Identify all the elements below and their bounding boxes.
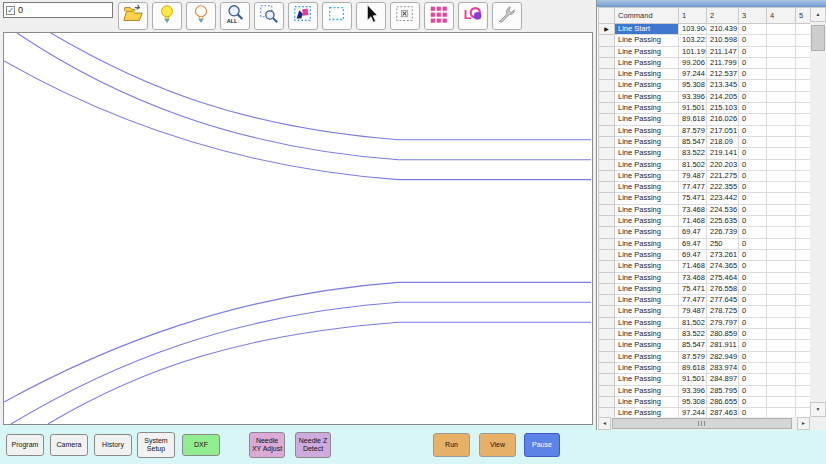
dxf-button[interactable]: DXF (182, 434, 220, 456)
table-row[interactable]: Line Passing95.308286.6550 (599, 396, 811, 407)
h-scroll-thumb[interactable] (612, 418, 792, 429)
table-row[interactable]: Line Passing85.547218.090 (599, 136, 811, 147)
table-row[interactable]: Line Passing89.618216.0260 (599, 114, 811, 125)
table-row[interactable]: Line Passing103.223210.5980 (599, 35, 811, 46)
table-header-3[interactable]: 3 (739, 8, 767, 24)
light-off-button[interactable] (186, 2, 216, 30)
scroll-up-button[interactable]: ▲ (810, 7, 826, 22)
lo-shapes-icon: L (462, 3, 484, 29)
h-scrollbar[interactable]: ◄ ► (598, 417, 810, 430)
table-row[interactable]: Line Passing81.502220.2030 (599, 159, 811, 170)
run-button[interactable]: Run (433, 433, 470, 457)
table-row[interactable]: ▶Line Start103.904210.4390 (599, 24, 811, 35)
scroll-left-button[interactable]: ◄ (598, 417, 611, 430)
select-object-button[interactable] (288, 2, 318, 30)
zoom-window-button[interactable] (254, 2, 284, 30)
grid-view-button[interactable] (424, 2, 454, 30)
table-row[interactable]: Line Passing97.244212.5370 (599, 69, 811, 80)
needle-z-detect-button[interactable]: Needle Z Detect (295, 432, 331, 458)
pink-grid-icon (428, 3, 450, 29)
table-row[interactable]: Line Passing93.396285.7950 (599, 385, 811, 396)
table-row[interactable]: Line Passing69.47273.2610 (599, 249, 811, 260)
table-row[interactable]: Line Passing89.618283.9740 (599, 362, 811, 373)
table-row[interactable]: Line Passing71.468225.6350 (599, 216, 811, 227)
history-button[interactable]: History (94, 434, 132, 456)
curve-path (4, 61, 591, 180)
table-row[interactable]: Line Passing95.308213.3450 (599, 80, 811, 91)
light-on-button[interactable] (152, 2, 182, 30)
shapes-button[interactable]: L (458, 2, 488, 30)
command-table-body: ▶Line Start103.904210.4390Line Passing10… (599, 24, 811, 418)
value-checkbox[interactable]: ✓ (6, 6, 15, 15)
table-row[interactable]: Line Passing87.579282.9490 (599, 351, 811, 362)
v-scrollbar[interactable]: ▲ ▼ (810, 7, 826, 417)
value-input[interactable]: ✓ 0 (3, 2, 113, 18)
value-text: 0 (18, 5, 23, 15)
table-row[interactable]: Line Passing77.477277.6450 (599, 295, 811, 306)
cursor-select-button[interactable] (356, 2, 386, 30)
app-window: ✓ 0 (0, 0, 826, 464)
table-row[interactable]: Line Passing87.579217.0510 (599, 125, 811, 136)
camera-button[interactable]: Camera (50, 434, 88, 456)
clear-selection-button[interactable] (390, 2, 420, 30)
table-row[interactable]: Line Passing81.502279.7970 (599, 317, 811, 328)
curve-path (51, 33, 591, 140)
table-row[interactable]: Line Passing69.472500 (599, 238, 811, 249)
cursor-arrow-icon (360, 3, 382, 29)
toolbar: ✓ 0 (0, 0, 597, 32)
table-row[interactable]: Line Passing99.206211.7990 (599, 57, 811, 68)
curve-path (4, 282, 591, 402)
curve-plot (4, 33, 592, 424)
table-header-command[interactable]: Command (615, 8, 679, 24)
open-file-button[interactable] (118, 2, 148, 30)
select-region-icon (292, 3, 314, 29)
table-row[interactable]: Line Passing77.477222.3550 (599, 182, 811, 193)
scroll-right-button[interactable]: ► (797, 417, 810, 430)
bottom-bar: Program Camera History System Setup DXF … (0, 425, 826, 464)
bulb-on-icon (156, 3, 178, 29)
table-header-1[interactable]: 1 (679, 8, 707, 24)
table-row[interactable]: Line Passing69.47226.7390 (599, 227, 811, 238)
table-row[interactable]: Line Passing73.468275.4640 (599, 272, 811, 283)
curve-path (17, 33, 591, 160)
view-button[interactable]: View (479, 433, 516, 457)
system-setup-button[interactable]: System Setup (137, 432, 175, 458)
curve-path (48, 322, 591, 424)
right-panel: Command 1 2 3 4 5 ▶Line Start103.904210.… (596, 0, 826, 430)
table-row[interactable]: Line Passing91.501284.8970 (599, 374, 811, 385)
table-row[interactable]: Line Passing83.522280.8590 (599, 329, 811, 340)
open-folder-icon (122, 3, 144, 29)
scroll-corner (810, 417, 826, 430)
table-row[interactable]: Line Passing79.487221.2750 (599, 170, 811, 181)
v-scroll-thumb[interactable] (811, 25, 825, 51)
table-row[interactable]: Line Passing97.244287.4630 (599, 408, 811, 417)
needle-xy-adjust-button[interactable]: Needle XY Adjust (249, 432, 285, 458)
table-row[interactable]: Line Passing71.468274.3650 (599, 261, 811, 272)
zoom-all-button[interactable]: ALL (220, 2, 250, 30)
table-header-2[interactable]: 2 (707, 8, 739, 24)
panel-top-strip (597, 0, 826, 7)
zoom-all-icon: ALL (224, 3, 246, 29)
settings-wrench-button[interactable] (492, 2, 522, 30)
table-header-row: Command 1 2 3 4 5 (599, 8, 811, 24)
pause-button[interactable]: Pause (524, 433, 560, 457)
table-row[interactable]: Line Passing85.547281.9110 (599, 340, 811, 351)
table-header-indicator (599, 8, 615, 24)
table-row[interactable]: Line Passing83.522219.1410 (599, 148, 811, 159)
command-table[interactable]: Command 1 2 3 4 5 ▶Line Start103.904210.… (598, 7, 810, 417)
table-row[interactable]: Line Passing91.501215.1030 (599, 103, 811, 114)
table-header-4[interactable]: 4 (767, 8, 796, 24)
marquee-icon (326, 3, 348, 29)
marquee-select-button[interactable] (322, 2, 352, 30)
table-row[interactable]: Line Passing75.471223.4420 (599, 193, 811, 204)
program-button[interactable]: Program (6, 434, 44, 456)
table-header-5[interactable]: 5 (796, 8, 811, 24)
table-row[interactable]: Line Passing75.471276.5580 (599, 283, 811, 294)
table-row[interactable]: Line Passing79.487278.7250 (599, 306, 811, 317)
drawing-canvas[interactable] (3, 32, 593, 425)
zoom-window-icon (258, 3, 280, 29)
table-row[interactable]: Line Passing101.199211.1470 (599, 46, 811, 57)
scroll-down-button[interactable]: ▼ (810, 402, 826, 417)
table-row[interactable]: Line Passing93.396214.2050 (599, 91, 811, 102)
table-row[interactable]: Line Passing73.468224.5360 (599, 204, 811, 215)
